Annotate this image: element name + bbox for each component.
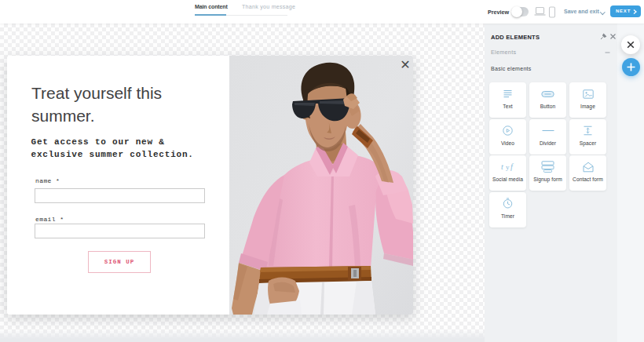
svg-text:t: t [501, 162, 503, 171]
svg-text:y: y [506, 163, 510, 171]
svg-text:f: f [510, 162, 514, 171]
